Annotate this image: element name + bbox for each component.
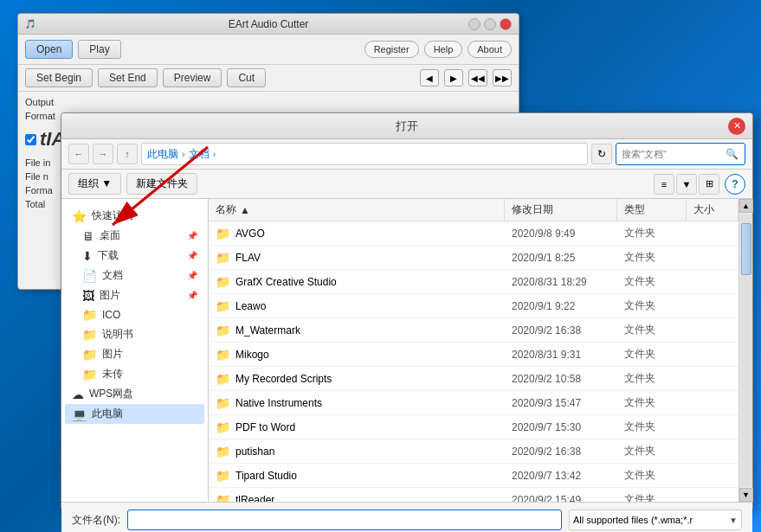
help-button[interactable]: Help <box>424 41 463 58</box>
table-row[interactable]: 📁 M_Watermark 2020/9/2 16:38 文件夹 <box>209 318 738 343</box>
refresh-button[interactable]: ↻ <box>591 144 612 164</box>
file-date-cell: 2020/9/8 9:49 <box>505 226 617 241</box>
table-row[interactable]: 📁 putishan 2020/9/2 16:38 文件夹 <box>209 439 738 464</box>
file-date-cell: 2020/8/31 18:29 <box>505 274 617 290</box>
sidebar-item-documents[interactable]: 📄 文档 📌 <box>65 266 204 285</box>
set-end-button[interactable]: Set End <box>98 68 158 87</box>
file-name-cell: 📁 PDF to Word <box>209 419 505 436</box>
sidebar-label-desktop: 桌面 <box>100 228 120 243</box>
table-row[interactable]: 📁 AVGO 2020/9/8 9:49 文件夹 <box>209 221 738 246</box>
table-row[interactable]: 📁 My Recorded Scripts 2020/9/2 10:58 文件夹 <box>209 367 738 391</box>
header-size[interactable]: 大小 <box>687 199 738 221</box>
app-icon: 🎵 <box>25 19 35 29</box>
breadcrumb-docs[interactable]: 文档 <box>189 147 210 162</box>
table-row[interactable]: 📁 Mikogo 2020/8/31 9:31 文件夹 <box>209 343 738 367</box>
sidebar-item-wps[interactable]: ☁ WPS网盘 <box>65 384 204 404</box>
file-size-cell <box>687 401 738 405</box>
cut-button[interactable]: Cut <box>227 68 266 87</box>
back-button[interactable]: ← <box>68 144 89 164</box>
folder-icon: 📁 <box>216 445 230 458</box>
sidebar-label-images: 图片 <box>102 347 123 362</box>
file-size-cell <box>687 426 738 429</box>
close-btn-app[interactable] <box>500 18 512 30</box>
up-button[interactable]: ↑ <box>117 144 138 164</box>
dialog-body: ⭐ 快速访问 🖥 桌面 📌 ⬇ 下载 📌 📄 文档 📌 🖼 图片 � <box>61 199 752 502</box>
minimize-btn[interactable] <box>468 18 480 30</box>
sidebar-item-images[interactable]: 📁 图片 <box>65 344 204 364</box>
scroll-down-btn[interactable]: ▼ <box>739 488 753 502</box>
pin-icon4: 📌 <box>187 291 197 300</box>
view-dropdown-button[interactable]: ▼ <box>676 174 697 195</box>
header-date[interactable]: 修改日期 <box>505 199 617 221</box>
sidebar-item-this-pc[interactable]: 💻 此电脑 <box>65 404 204 424</box>
sidebar-item-unuploaded[interactable]: 📁 未传 <box>65 364 204 384</box>
sidebar-item-downloads[interactable]: ⬇ 下载 📌 <box>65 246 204 266</box>
table-row[interactable]: 📁 FLAV 2020/9/1 8:25 文件夹 <box>209 246 738 270</box>
folder-icon: 📁 <box>216 396 230 410</box>
view-grid-button[interactable]: ⊞ <box>699 174 719 195</box>
table-row[interactable]: 📁 tlReader 2020/9/2 15:49 文件夹 <box>209 488 738 502</box>
table-row[interactable]: 📁 Native Instruments 2020/9/3 15:47 文件夹 <box>209 391 738 415</box>
about-button[interactable]: About <box>468 41 512 58</box>
new-folder-button[interactable]: 新建文件夹 <box>126 173 197 195</box>
table-row[interactable]: 📁 PDF to Word 2020/9/7 15:30 文件夹 <box>209 415 738 439</box>
dialog-sidebar: ⭐ 快速访问 🖥 桌面 📌 ⬇ 下载 📌 📄 文档 📌 🖼 图片 � <box>61 199 209 502</box>
file-date-cell: 2020/9/7 15:30 <box>505 420 617 435</box>
file-date-cell: 2020/9/1 9:22 <box>505 298 617 314</box>
dialog-close-button[interactable]: ✕ <box>728 118 745 135</box>
view-list-button[interactable]: ≡ <box>654 174 674 195</box>
scroll-up-btn[interactable]: ▲ <box>739 199 753 213</box>
sidebar-label-this-pc: 此电脑 <box>92 407 123 421</box>
filename-input[interactable] <box>127 510 562 530</box>
this-pc-icon: 💻 <box>72 407 87 421</box>
sidebar-item-ico[interactable]: 📁 ICO <box>65 305 204 324</box>
next-btn[interactable]: ▶ <box>444 69 463 87</box>
file-name-cell: 📁 Tipard Studio <box>209 467 505 484</box>
pin-icon2: 📌 <box>187 251 197 260</box>
filename-label: 文件名(N): <box>72 513 120 528</box>
header-type[interactable]: 类型 <box>617 199 687 221</box>
file-size-cell <box>687 353 738 356</box>
prev-btn[interactable]: ◀ <box>420 69 439 87</box>
file-name-cell: 📁 putishan <box>209 443 505 460</box>
sidebar-item-desktop[interactable]: 🖥 桌面 📌 <box>65 226 204 246</box>
ff-btn[interactable]: ▶▶ <box>493 69 512 87</box>
sidebar-item-manual[interactable]: 📁 说明书 <box>65 324 204 344</box>
images-icon: 📁 <box>82 348 97 362</box>
file-size-cell <box>687 498 738 502</box>
file-list-container: 名称 ▲ 修改日期 类型 大小 📁 AVGO 2020/9/8 9:49 文件夹… <box>209 199 738 502</box>
folder-icon: 📁 <box>216 469 230 483</box>
desktop-icon: 🖥 <box>82 229 94 243</box>
file-name-cell: 📁 M_Watermark <box>209 322 505 339</box>
checkbox[interactable] <box>25 134 36 145</box>
open-button[interactable]: Open <box>25 40 73 59</box>
file-type-cell: 文件夹 <box>617 369 687 388</box>
table-row[interactable]: 📁 Leawo 2020/9/1 9:22 文件夹 <box>209 294 738 318</box>
breadcrumb-sep1: › <box>182 149 185 159</box>
rew-btn[interactable]: ◀◀ <box>468 69 487 87</box>
search-input[interactable] <box>622 149 726 159</box>
file-name-cell: 📁 FLAV <box>209 249 505 266</box>
play-button[interactable]: Play <box>78 40 120 59</box>
filetype-select[interactable]: All supported files (*.wma;*.r ▼ <box>569 510 742 530</box>
scroll-thumb[interactable] <box>741 223 751 275</box>
organize-button[interactable]: 组织 ▼ <box>68 173 121 195</box>
set-begin-button[interactable]: Set Begin <box>25 68 93 87</box>
dialog-help-button[interactable]: ? <box>725 174 745 195</box>
maximize-btn[interactable] <box>484 18 496 30</box>
sidebar-item-quick-access[interactable]: ⭐ 快速访问 <box>65 206 204 226</box>
preview-button[interactable]: Preview <box>163 68 222 87</box>
register-button[interactable]: Register <box>364 41 419 58</box>
dialog-toolbar2: 组织 ▼ 新建文件夹 ≡ ▼ ⊞ ? <box>61 170 752 199</box>
header-name[interactable]: 名称 ▲ <box>209 199 505 221</box>
sidebar-label-downloads: 下载 <box>98 248 119 263</box>
breadcrumb-pc[interactable]: 此电脑 <box>147 147 178 162</box>
forward-button[interactable]: → <box>93 144 113 164</box>
manual-icon: 📁 <box>82 328 97 342</box>
sidebar-item-pictures[interactable]: 🖼 图片 📌 <box>65 285 204 305</box>
scroll-track[interactable] <box>740 215 752 486</box>
table-row[interactable]: 📁 GrafX Creative Studio 2020/8/31 18:29 … <box>209 270 738 294</box>
folder-icon: 📁 <box>216 227 230 240</box>
table-row[interactable]: 📁 Tipard Studio 2020/9/7 13:42 文件夹 <box>209 464 738 488</box>
scrollbar[interactable]: ▲ ▼ <box>738 199 752 502</box>
